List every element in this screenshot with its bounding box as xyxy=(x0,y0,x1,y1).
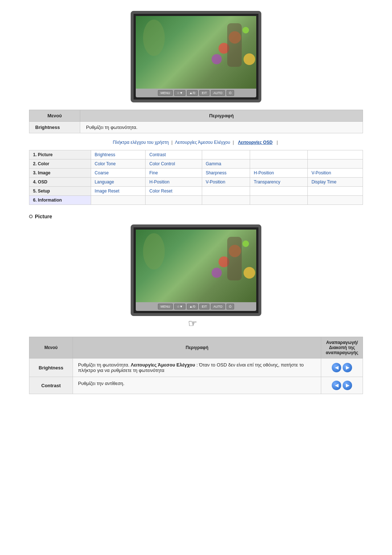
osd-menu-cell[interactable]: Gamma xyxy=(202,159,250,169)
osd-menu-cell xyxy=(308,159,363,169)
osd-menu-cell xyxy=(308,150,363,159)
osd-menu-label: 4. OSD xyxy=(29,178,91,187)
section-heading-label: Picture xyxy=(35,214,52,219)
btn-updown-bottom[interactable]: ▲/0 xyxy=(187,304,198,309)
breadcrumb-separator-1: | xyxy=(171,140,172,145)
osd-row: 1. PictureBrightnessContrast xyxy=(29,150,363,159)
osd-menu-cell[interactable]: Brightness xyxy=(91,150,146,159)
btn-power-top[interactable]: Ó xyxy=(226,90,234,96)
bottom-menu-item: Contrast xyxy=(29,377,73,394)
nav-icon-right[interactable]: ▶ xyxy=(343,381,352,390)
btn-menu-bottom[interactable]: MENU xyxy=(158,304,173,309)
col-desc-header: Περιγραφή xyxy=(80,110,363,122)
bottom-monitor-section: MENU ☆▼ ▲/0 EIT AUTO Ó ☞ xyxy=(29,224,363,329)
screen-decoration xyxy=(242,27,249,33)
osd-row: 2. ColorColor ToneColor ControlGamma xyxy=(29,159,363,169)
btn-menu-top[interactable]: MENU xyxy=(158,90,173,96)
osd-menu-cell[interactable]: Image Reset xyxy=(91,187,146,196)
nav-icon-left[interactable]: ◀ xyxy=(332,363,341,372)
navigation-icons: ◀▶ xyxy=(326,363,358,372)
monitor-screen-top xyxy=(136,16,256,89)
osd-row: 3. ImageCoarseFineSharpnessH-PositionV-P… xyxy=(29,169,363,178)
osd-menu-cell[interactable]: Color Tone xyxy=(91,159,146,169)
picture-section-heading: Picture xyxy=(29,214,363,219)
bottom-col-menu-header: Μενού xyxy=(29,337,73,358)
osd-menu-cell[interactable]: V-Position xyxy=(308,169,363,178)
btn-auto-bottom[interactable]: AUTO xyxy=(211,304,225,309)
osd-menu-cell[interactable]: V-Position xyxy=(202,178,250,187)
osd-menu-cell xyxy=(202,187,250,196)
menu-item-brightness: Brightness xyxy=(29,122,80,133)
osd-menu-cell xyxy=(91,196,146,205)
col-menu-header: Μενού xyxy=(29,110,80,122)
osd-menu-cell[interactable]: Coarse xyxy=(91,169,146,178)
osd-menu-cell xyxy=(250,159,308,169)
bottom-description-table: Μενού Περιγραφή Αναπαραγωγή/Διακοπή της … xyxy=(29,337,363,394)
osd-row: 4. OSDLanguageH-PositionV-PositionTransp… xyxy=(29,178,363,187)
osd-menu-label: 3. Image xyxy=(29,169,91,178)
osd-menu-cell[interactable]: Fine xyxy=(146,169,202,178)
osd-menu-label: 1. Picture xyxy=(29,150,91,159)
osd-row: 6. Information xyxy=(29,196,363,205)
btn-auto-top[interactable]: AUTO xyxy=(211,90,225,96)
osd-menu-cell[interactable]: Transparency xyxy=(250,178,308,187)
osd-menu-cell[interactable]: H-Position xyxy=(250,169,308,178)
osd-menu-cell[interactable]: Display Time xyxy=(308,178,363,187)
top-monitor-section: MENU ☆▼ ▲/0 EIT AUTO Ó xyxy=(29,11,363,102)
osd-menu-cell[interactable]: Sharpness xyxy=(202,169,250,178)
bottom-menu-item: Brightness xyxy=(29,358,73,377)
osd-menu-cell[interactable]: Contrast xyxy=(146,150,202,159)
osd-menu-cell xyxy=(250,196,308,205)
btn-power-bottom[interactable]: Ó xyxy=(226,304,234,309)
brightness-description: Ρυθμίζει τη φωτεινότητα. xyxy=(80,122,363,133)
osd-menu-cell xyxy=(146,196,202,205)
table-row: BrightnessΡυθμίζει τη φωτεινότητα. Λειτο… xyxy=(29,358,363,377)
osd-menu-cell xyxy=(202,150,250,159)
bottom-description: Ρυθμίζει τη φωτεινότητα. Λειτουργίες Άμε… xyxy=(73,358,321,377)
nav-icon-right[interactable]: ▶ xyxy=(343,363,352,372)
osd-menu-label: 5. Setup xyxy=(29,187,91,196)
osd-menu-cell[interactable]: H-Position xyxy=(146,178,202,187)
monitor-screen-bottom xyxy=(136,230,256,302)
osd-menu-table: 1. PictureBrightnessContrast2. ColorColo… xyxy=(29,150,363,205)
btn-brightness-bottom[interactable]: ☆▼ xyxy=(174,304,185,309)
osd-menu-cell xyxy=(308,196,363,205)
osd-menu-cell[interactable]: Language xyxy=(91,178,146,187)
osd-menu-cell xyxy=(250,187,308,196)
navigation-icons: ◀▶ xyxy=(326,381,358,390)
nav-icon-left[interactable]: ◀ xyxy=(332,381,341,390)
brightness-description-table: Μενού Περιγραφή Brightness Ρυθμίζει τη φ… xyxy=(29,110,363,133)
monitor-display-top: MENU ☆▼ ▲/0 EIT AUTO Ó xyxy=(131,11,261,102)
osd-menu-cell[interactable]: Color Control xyxy=(146,159,202,169)
section-circle-icon xyxy=(29,215,33,218)
bottom-col-playback-header: Αναπαραγωγή/Διακοπή της αναπαραγωγής xyxy=(321,337,363,358)
breadcrumb-link-direct-functions[interactable]: Λειτουργίες Άμεσου Ελέγχου xyxy=(175,140,230,145)
bottom-col-desc-header: Περιγραφή xyxy=(73,337,321,358)
breadcrumb-separator-3: | xyxy=(277,140,278,145)
monitor-controls-bottom: MENU ☆▼ ▲/0 EIT AUTO Ó xyxy=(136,302,256,311)
osd-menu-cell xyxy=(308,187,363,196)
breadcrumb-link-user-controls[interactable]: Πλήκτρα ελέγχου του χρήστη xyxy=(113,140,169,145)
bottom-description: Ρυθμίζει την αντίθεση. xyxy=(73,377,321,394)
table-row: Brightness Ρυθμίζει τη φωτεινότητα. xyxy=(29,122,363,133)
screen-decoration-bottom xyxy=(242,240,249,247)
bottom-icon-cell: ◀▶ xyxy=(321,358,363,377)
breadcrumb: Πλήκτρα ελέγχου του χρήστη | Λειτουργίες… xyxy=(29,140,363,145)
osd-row: 5. SetupImage ResetColor Reset xyxy=(29,187,363,196)
monitor-controls-top: MENU ☆▼ ▲/0 EIT AUTO Ó xyxy=(136,89,256,97)
breadcrumb-active: Λειτουργίες OSD xyxy=(238,140,273,145)
osd-menu-cell xyxy=(202,196,250,205)
breadcrumb-separator-2: | xyxy=(233,140,234,145)
btn-brightness-top[interactable]: ☆▼ xyxy=(174,90,185,96)
hand-cursor-icon: ☞ xyxy=(188,317,197,329)
btn-eit-top[interactable]: EIT xyxy=(199,90,209,96)
osd-menu-cell xyxy=(250,150,308,159)
btn-updown-top[interactable]: ▲/0 xyxy=(187,90,198,96)
monitor-display-bottom: MENU ☆▼ ▲/0 EIT AUTO Ó xyxy=(131,224,261,316)
table-row: ContrastΡυθμίζει την αντίθεση.◀▶ xyxy=(29,377,363,394)
bottom-icon-cell: ◀▶ xyxy=(321,377,363,394)
btn-eit-bottom[interactable]: EIT xyxy=(199,304,209,309)
osd-menu-label: 6. Information xyxy=(29,196,91,205)
osd-menu-cell[interactable]: Color Reset xyxy=(146,187,202,196)
osd-menu-label: 2. Color xyxy=(29,159,91,169)
